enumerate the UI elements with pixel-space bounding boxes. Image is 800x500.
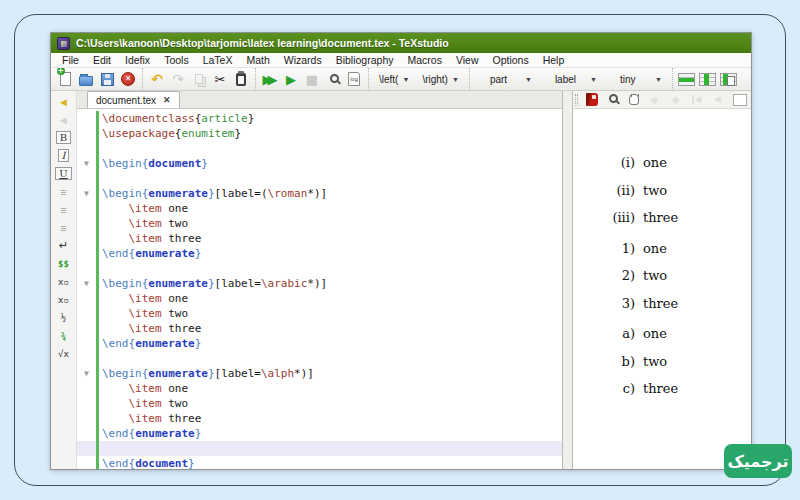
menu-latex[interactable]: LaTeX [196, 54, 240, 66]
log-button[interactable] [345, 70, 363, 88]
menu-view[interactable]: View [449, 54, 486, 66]
nav-back-button[interactable] [647, 92, 662, 107]
code-line[interactable]: \item three [77, 321, 562, 336]
code-line[interactable]: \item one [77, 291, 562, 306]
nav-forward-button[interactable] [668, 92, 683, 107]
code-line[interactable]: \end{document} [77, 456, 562, 469]
code-line[interactable]: \item two [77, 396, 562, 411]
undo-button[interactable]: ◄ [54, 93, 74, 110]
subscript-button[interactable]: x▫ [54, 273, 74, 290]
code-line[interactable]: \item two [77, 306, 562, 321]
code-line[interactable]: ▼\begin{enumerate}[label=\alph*)] [77, 366, 562, 381]
cut-button[interactable] [211, 70, 229, 88]
first-page-button[interactable] [689, 92, 704, 107]
code-line[interactable]: ▼\begin{enumerate}[label=(\roman*)] [77, 186, 562, 201]
menu-file[interactable]: File [55, 54, 86, 66]
menu-options[interactable]: Options [486, 54, 536, 66]
copy-button[interactable] [190, 70, 208, 88]
open-file-button[interactable] [77, 70, 95, 88]
code-line[interactable]: \item three [77, 231, 562, 246]
close-file-button[interactable] [119, 70, 137, 88]
redo-button[interactable] [169, 70, 187, 88]
menu-macros[interactable]: Macros [400, 54, 448, 66]
underline-button[interactable]: U [54, 165, 74, 182]
menu-idefix[interactable]: Idefix [118, 54, 157, 66]
fold-gutter [77, 111, 96, 126]
fold-marker-icon[interactable]: ▼ [77, 366, 96, 381]
editor-preview-splitter[interactable] [563, 91, 573, 469]
code-line[interactable]: \usepackage{enumitem} [77, 126, 562, 141]
code-line[interactable]: ▼\begin{document} [77, 156, 562, 171]
magnify-button[interactable] [324, 70, 342, 88]
code-line[interactable]: \documentclass{article} [77, 111, 562, 126]
superscript-button[interactable]: x▫ [54, 291, 74, 308]
redo-button[interactable]: ◄ [54, 111, 74, 128]
new-file-button[interactable] [56, 70, 74, 88]
menu-edit[interactable]: Edit [86, 54, 118, 66]
compile-button[interactable] [282, 70, 300, 88]
menu-wizards[interactable]: Wizards [277, 54, 329, 66]
code-text: \item one [99, 381, 562, 396]
tab-close-icon[interactable]: ✕ [163, 95, 171, 105]
code-line[interactable]: \item three [77, 411, 562, 426]
code-line[interactable]: \item one [77, 201, 562, 216]
code-line[interactable]: \end{enumerate} [77, 336, 562, 351]
menu-bibliography[interactable]: Bibliography [329, 54, 401, 66]
code-line[interactable]: \item one [77, 381, 562, 396]
compile-view-button[interactable] [261, 70, 279, 88]
fold-marker-icon[interactable]: ▼ [77, 156, 96, 171]
menu-help[interactable]: Help [536, 54, 572, 66]
dropdown-left[interactable]: \left(▼ [374, 72, 414, 87]
paste-button[interactable] [232, 70, 250, 88]
menu-math[interactable]: Math [239, 54, 276, 66]
code-line[interactable] [77, 351, 562, 366]
dropdown-tiny[interactable]: tiny▼ [605, 72, 667, 87]
align-left-button[interactable]: ≡ [54, 183, 74, 200]
pdf-document-button[interactable] [584, 92, 599, 107]
prev-page-button[interactable] [710, 92, 725, 107]
menu-tools[interactable]: Tools [157, 54, 196, 66]
fold-gutter [77, 291, 96, 306]
page-number-box[interactable] [733, 94, 747, 106]
code-editor[interactable]: \documentclass{article}\usepackage{enumi… [77, 109, 562, 469]
bold-button[interactable]: B [54, 129, 74, 146]
tab-document-tex[interactable]: document.tex ✕ [87, 91, 180, 108]
code-line[interactable] [77, 261, 562, 276]
newline-button[interactable]: ↵ [54, 237, 74, 254]
main-area: ◄◄BIU≡≡≡↵$$x▫x▫½¾√x document.tex ✕ \docu… [51, 91, 751, 469]
dropdown-part[interactable]: part▼ [475, 72, 537, 87]
code-line[interactable]: ▼\begin{enumerate}[label=\arabic*)] [77, 276, 562, 291]
italic-button[interactable]: I [54, 147, 74, 164]
first-page-icon [692, 95, 702, 104]
code-line[interactable] [77, 141, 562, 156]
fold-marker-icon[interactable]: ▼ [77, 276, 96, 291]
pdf-search-button[interactable] [605, 92, 620, 107]
toolbar-drag-handle[interactable] [575, 94, 578, 106]
fraction-line-button[interactable]: ¾ [54, 327, 74, 344]
table-add-col-button[interactable] [699, 70, 717, 88]
code-line[interactable]: \item two [77, 216, 562, 231]
undo-button[interactable] [148, 70, 166, 88]
code-line[interactable] [77, 441, 562, 456]
save-file-button[interactable] [98, 70, 116, 88]
code-line[interactable]: \end{enumerate} [77, 246, 562, 261]
titlebar[interactable]: C:\Users\kanoon\Desktop\tarjomic\latex l… [51, 33, 751, 53]
pan-hand-button[interactable] [626, 92, 641, 107]
table-paste-col-button[interactable] [720, 70, 738, 88]
sqrt-button[interactable]: √x [54, 345, 74, 362]
toolbar-group: \left(▼\right)▼ [368, 68, 469, 90]
bold-icon: B [56, 131, 71, 144]
nav-forward-icon [672, 95, 680, 105]
dropdown-label[interactable]: label▼ [540, 72, 602, 87]
fold-marker-icon[interactable]: ▼ [77, 186, 96, 201]
align-center-button[interactable]: ≡ [54, 201, 74, 218]
newline-icon: ↵ [59, 239, 68, 252]
inline-math-button[interactable]: $$ [54, 255, 74, 272]
dropdown-right[interactable]: \right)▼ [417, 72, 464, 87]
fraction-button[interactable]: ½ [54, 309, 74, 326]
table-add-row-button[interactable] [678, 70, 696, 88]
code-line[interactable] [77, 171, 562, 186]
code-line[interactable]: \end{enumerate} [77, 426, 562, 441]
align-right-button[interactable]: ≡ [54, 219, 74, 236]
stop-button[interactable] [303, 70, 321, 88]
